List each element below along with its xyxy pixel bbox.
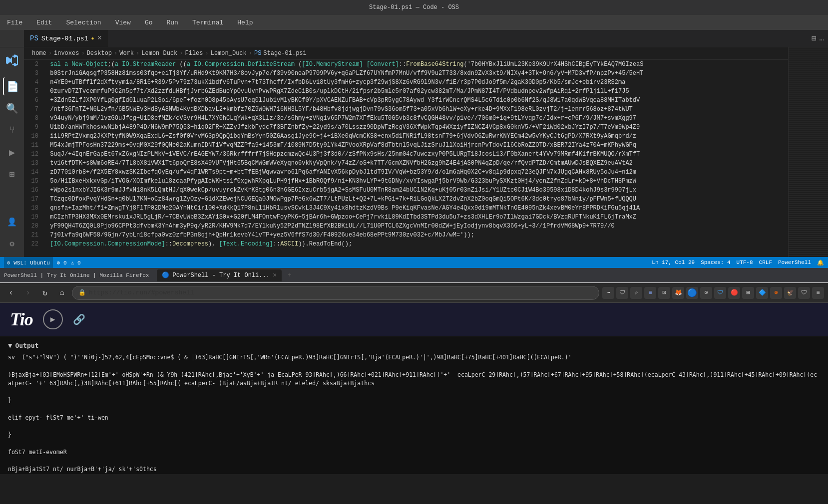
table-row: 6 +3Zdn5ZLfJXP0YfLg0gfId0luuaP2LSoi/6peF… <box>24 96 788 105</box>
ext-11[interactable]: 🦅 <box>784 287 796 299</box>
reload-button[interactable]: ↻ <box>38 286 52 300</box>
browser-tab-tio[interactable]: 🔵 PowerShell - Try It Onli... × <box>157 269 282 281</box>
line-number: 5 <box>24 87 46 96</box>
split-editor-icon[interactable]: ⊞ <box>812 33 817 43</box>
line-content: 5o/H1IBxeHxkxvGp/iTVOG/XOImfkelul8zcaaPf… <box>46 177 788 186</box>
bc-desktop: Desktop <box>87 50 112 57</box>
tio-header: Tio ▶ 🔗 <box>0 303 828 336</box>
tab-bar: PS Stage-01.ps1 ● × ⊞ … <box>0 30 828 47</box>
bc-lemonduck2: Lemon_Duck <box>211 50 247 57</box>
output-toggle[interactable]: ▼ <box>8 341 12 349</box>
ext-3[interactable]: 🦊 <box>672 287 684 299</box>
tio-link-icon[interactable]: 🔗 <box>73 313 85 326</box>
line-content: 0zurvD7ZTvcemrfuP9C2n5pf7t/Xd2zzfduHBfjJ… <box>46 87 788 96</box>
table-row: 3 b0StrJniGAqsgfP358Hz8imss03fqo+eiTj3Yf… <box>24 69 788 78</box>
menu-edit[interactable]: Edit <box>33 18 55 27</box>
line-number: 14 <box>24 168 46 177</box>
home-button[interactable]: ⌂ <box>55 286 69 300</box>
ext-8[interactable]: ⊞ <box>742 287 754 299</box>
ext-pocket[interactable]: 🛡 <box>616 287 628 299</box>
table-row: 4 n4YE0+uTBfflf2dXftvymia/8R16+R39/5Pv79… <box>24 78 788 87</box>
table-row: 14 zD77010rb8+/f2X5EY8xwzSK2IbefqOyEq/uf… <box>24 168 788 177</box>
spaces-indicator[interactable]: Spaces: 4 <box>701 259 730 265</box>
title-bar: Stage-01.ps1 — Code - OSS <box>0 0 828 15</box>
url-bar[interactable]: 🔒 https://tio.run/#powershell <box>72 286 599 300</box>
ext-6[interactable]: 🛡 <box>714 287 726 299</box>
ext-1[interactable]: ≡ <box>644 287 656 299</box>
menu-view[interactable]: View <box>112 18 134 27</box>
ext-10[interactable]: ⊛ <box>770 287 782 299</box>
more-actions-icon[interactable]: … <box>819 34 824 43</box>
output-header: ▼ Output <box>8 341 820 349</box>
table-row: 9 UibD/anHWFkhosxwN1bjA489P4D/N6W9mP75Q5… <box>24 123 788 132</box>
table-row: 19 mCIzhTP3HX3MXx0EMrskuixJRL5gLjR/+7CBv… <box>24 213 788 222</box>
run-debug-icon[interactable]: ▶ <box>3 143 21 161</box>
settings-icon[interactable]: ⚙ <box>3 235 21 253</box>
line-number: 17 <box>24 195 46 204</box>
editor-tab-stage01[interactable]: PS Stage-01.ps1 ● × <box>24 30 108 47</box>
line-number: 16 <box>24 186 46 195</box>
line-content: v94uyN/ybj9mM/lvzGOuJfcg+U1D8efMZk/cV3vr… <box>46 114 788 123</box>
ext-2[interactable]: ⊡ <box>658 287 670 299</box>
warning-count[interactable]: ⚠ 0 <box>71 259 81 266</box>
tio-run-button[interactable]: ▶ <box>43 309 63 329</box>
line-number: 15 <box>24 177 46 186</box>
table-row: 22 [IO.Compression.CompressionMode]::Dec… <box>24 240 788 249</box>
output-text: sv ("s"+"l9V") ( ")''Ni0j-]52,62,4[cEpSM… <box>8 353 820 474</box>
line-content: UibD/anHWFkhosxwN1bjA489P4D/N6W9mP75Q53+… <box>46 123 788 132</box>
code-editor[interactable]: home › invoxes › Desktop › Work › Lemon … <box>24 47 788 257</box>
ext-4[interactable]: 🔵 <box>686 287 698 299</box>
vscode-logo-icon <box>3 51 21 69</box>
notifications-icon[interactable]: 🔔 <box>817 259 824 266</box>
extensions-icon[interactable]: ⊞ <box>3 165 21 183</box>
source-control-icon[interactable]: ⑂ <box>3 121 21 139</box>
new-tab-button[interactable]: + <box>284 270 295 281</box>
line-content: SuqJ/+4IqnErGapEt67xZ6xgNIzPLMkV+iVEVC/r… <box>46 150 788 159</box>
status-right: Ln 17, Col 29 Spaces: 4 UTF-8 CRLF Power… <box>652 259 824 266</box>
search-icon[interactable]: 🔍 <box>3 99 21 117</box>
forward-button[interactable]: › <box>21 286 35 300</box>
tio-logo: Tio <box>10 309 33 330</box>
browser-section: PowerShell | Try It Online | Mozilla Fir… <box>0 268 828 474</box>
line-content: tv16tfDTK+s8Wm6oRE4/7TL8bX81VWX1Tt6poQrE… <box>46 159 788 168</box>
accounts-icon[interactable]: 👤 <box>3 213 21 231</box>
ext-12[interactable]: 🛡 <box>798 287 810 299</box>
eol-indicator[interactable]: CRLF <box>759 259 772 265</box>
line-number: 2 <box>24 60 46 69</box>
ext-5[interactable]: ⊙ <box>700 287 712 299</box>
menu-selection[interactable]: Selection <box>63 18 104 27</box>
menu-go[interactable]: Go <box>142 18 156 27</box>
tab-close-button[interactable]: × <box>97 34 102 42</box>
language-indicator[interactable]: PowerShell <box>778 259 811 265</box>
line-content: sal a New-Object;(a IO.StreamReader ((a … <box>46 60 788 69</box>
url-text: https://tio.run/#powershell <box>89 289 194 296</box>
ext-9[interactable]: 🔷 <box>756 287 768 299</box>
remote-status[interactable]: ⊙ WSL: Ubuntu <box>4 257 53 268</box>
line-number: 13 <box>24 159 46 168</box>
ext-bookmarks[interactable]: ⋯ <box>602 287 614 299</box>
window-title: Stage-01.ps1 — Code - OSS <box>5 4 823 11</box>
tab-favicon: 🔵 <box>162 271 169 279</box>
browser-tab-close[interactable]: × <box>273 271 277 279</box>
line-number: 10 <box>24 132 46 141</box>
explorer-icon[interactable]: 📄 <box>3 77 21 95</box>
encoding-indicator[interactable]: UTF-8 <box>737 259 753 265</box>
line-number: 4 <box>24 78 46 87</box>
output-label: Output <box>15 342 38 349</box>
line-number: 21 <box>24 231 46 240</box>
error-count[interactable]: ⊗ 0 <box>57 259 67 266</box>
bc-invoxes: invoxes <box>54 50 79 57</box>
code-lines: 2 sal a New-Object;(a IO.StreamReader ((… <box>24 60 788 257</box>
menu-run[interactable]: Run <box>163 18 181 27</box>
ext-13[interactable]: ≡ <box>812 287 824 299</box>
ext-7[interactable]: 🔴 <box>728 287 740 299</box>
menu-file[interactable]: File <box>4 18 25 27</box>
breadcrumb: home › invoxes › Desktop › Work › Lemon … <box>24 47 788 60</box>
back-button[interactable]: ‹ <box>4 286 18 300</box>
menu-help[interactable]: Help <box>234 18 256 27</box>
table-row: 16 +Wpo2slnxbYJIGK3r9mJJfxN18nK5LQmtHJ/q… <box>24 186 788 195</box>
ext-star[interactable]: ☆ <box>630 287 642 299</box>
bc-file-icon2: PS <box>254 50 261 57</box>
line-number: 9 <box>24 123 46 132</box>
menu-terminal[interactable]: Terminal <box>189 18 226 27</box>
